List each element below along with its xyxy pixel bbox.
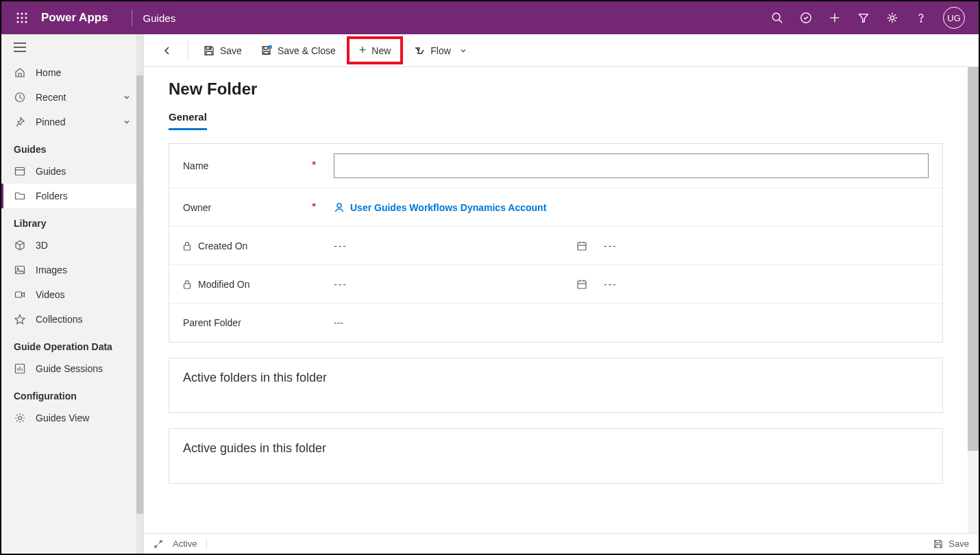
person-icon bbox=[334, 202, 345, 213]
nav-collections[interactable]: Collections bbox=[1, 307, 143, 332]
required-indicator: * bbox=[312, 160, 320, 172]
field-name: Name * bbox=[169, 144, 942, 188]
app-header: Power Apps Guides UG bbox=[1, 1, 979, 34]
home-icon bbox=[14, 66, 26, 79]
page-title: New Folder bbox=[169, 79, 943, 99]
gear-icon bbox=[14, 412, 26, 424]
nav-guides[interactable]: Guides bbox=[1, 159, 143, 184]
svg-point-23 bbox=[17, 268, 19, 269]
sidebar: Home Recent Pinned Guides Guides Folders… bbox=[1, 34, 144, 554]
nav-label: Guide Sessions bbox=[36, 363, 103, 374]
tab-general[interactable]: General bbox=[169, 108, 207, 130]
nav-group-config: Configuration bbox=[1, 381, 143, 406]
field-modified-on: Modified On --- --- bbox=[169, 265, 942, 304]
flow-icon bbox=[414, 45, 425, 56]
new-label: New bbox=[371, 45, 391, 56]
svg-point-15 bbox=[920, 21, 921, 22]
field-parent-folder: Parent Folder --- bbox=[169, 304, 942, 342]
form-content: New Folder General Name * bbox=[144, 67, 968, 533]
pin-icon bbox=[14, 116, 26, 128]
calendar-icon[interactable] bbox=[576, 279, 587, 290]
filter-icon[interactable] bbox=[857, 11, 870, 25]
assistant-icon[interactable] bbox=[799, 11, 813, 25]
nav-folders[interactable]: Folders bbox=[1, 184, 143, 208]
environment-name[interactable]: Guides bbox=[143, 12, 176, 24]
save-button[interactable]: Save bbox=[195, 41, 250, 60]
svg-point-9 bbox=[772, 13, 780, 21]
footer-save-button[interactable]: Save bbox=[933, 539, 969, 549]
search-icon[interactable] bbox=[770, 11, 784, 25]
svg-rect-32 bbox=[184, 245, 191, 250]
nav-label: Guides bbox=[36, 166, 66, 177]
main-area: Save Save & Close + New Flow New Folder bbox=[144, 34, 979, 554]
svg-point-8 bbox=[25, 21, 27, 23]
field-label: Modified On bbox=[198, 279, 249, 290]
section-active-guides: Active guides in this folder bbox=[169, 428, 943, 484]
section-title: Active guides in this folder bbox=[183, 441, 326, 455]
svg-rect-22 bbox=[16, 267, 25, 274]
window-icon bbox=[14, 165, 26, 177]
chevron-down-icon bbox=[123, 93, 131, 101]
svg-rect-33 bbox=[578, 243, 586, 250]
nav-group-opdata: Guide Operation Data bbox=[1, 332, 143, 356]
nav-home[interactable]: Home bbox=[1, 60, 143, 85]
parent-folder-value[interactable]: --- bbox=[334, 317, 343, 328]
svg-rect-24 bbox=[16, 292, 22, 297]
field-owner: Owner * User Guides Workflows Dynamics A… bbox=[169, 188, 942, 227]
nav-group-guides: Guides bbox=[1, 134, 143, 159]
folder-icon bbox=[14, 190, 26, 202]
flow-button[interactable]: Flow bbox=[406, 41, 476, 60]
flow-label: Flow bbox=[430, 45, 451, 56]
footer-save-label: Save bbox=[948, 539, 969, 549]
nav-pinned[interactable]: Pinned bbox=[1, 110, 143, 134]
expand-icon[interactable] bbox=[154, 539, 163, 549]
nav-videos[interactable]: Videos bbox=[1, 282, 143, 307]
owner-value: User Guides Workflows Dynamics Account bbox=[350, 202, 546, 213]
created-date-value: --- bbox=[334, 241, 347, 251]
content-scrollbar[interactable] bbox=[968, 67, 979, 533]
cmd-separator bbox=[188, 41, 188, 60]
field-created-on: Created On --- --- bbox=[169, 227, 942, 265]
waffle-icon[interactable] bbox=[12, 8, 32, 27]
svg-point-5 bbox=[25, 17, 27, 19]
svg-point-6 bbox=[17, 21, 19, 23]
sidebar-toggle[interactable] bbox=[1, 34, 143, 60]
name-input[interactable] bbox=[334, 153, 929, 178]
save-icon bbox=[933, 539, 943, 549]
chevron-down-icon bbox=[123, 118, 131, 126]
calendar-icon[interactable] bbox=[576, 241, 587, 251]
record-state: Active bbox=[173, 539, 197, 549]
back-button[interactable] bbox=[154, 41, 181, 60]
svg-line-10 bbox=[779, 20, 783, 23]
svg-rect-20 bbox=[16, 168, 25, 175]
nav-label: Recent bbox=[36, 92, 66, 103]
help-icon[interactable] bbox=[914, 11, 928, 25]
svg-rect-30 bbox=[209, 47, 210, 49]
owner-lookup[interactable]: User Guides Workflows Dynamics Account bbox=[334, 202, 546, 213]
app-name[interactable]: Power Apps bbox=[41, 11, 108, 25]
nav-recent[interactable]: Recent bbox=[1, 85, 143, 110]
settings-icon[interactable] bbox=[885, 11, 899, 25]
header-divider bbox=[132, 10, 132, 26]
command-bar: Save Save & Close + New Flow bbox=[144, 34, 979, 67]
nav-images[interactable]: Images bbox=[1, 258, 143, 282]
svg-rect-38 bbox=[578, 281, 586, 288]
svg-point-31 bbox=[337, 204, 341, 208]
modified-time-value: --- bbox=[604, 279, 617, 290]
new-button-highlight: + New bbox=[347, 36, 404, 64]
user-avatar[interactable]: UG bbox=[943, 7, 965, 29]
new-button[interactable]: + New bbox=[355, 40, 395, 60]
save-close-button[interactable]: Save & Close bbox=[253, 41, 344, 60]
sidebar-scrollbar[interactable] bbox=[136, 34, 143, 554]
star-icon bbox=[14, 313, 26, 325]
svg-point-4 bbox=[21, 17, 23, 19]
lock-icon bbox=[183, 280, 193, 289]
nav-guides-view[interactable]: Guides View bbox=[1, 406, 143, 430]
add-icon[interactable] bbox=[828, 11, 842, 25]
nav-label: Folders bbox=[36, 190, 68, 201]
chevron-down-icon bbox=[459, 47, 467, 55]
nav-label: Videos bbox=[36, 289, 65, 300]
nav-3d[interactable]: 3D bbox=[1, 233, 143, 258]
nav-guide-sessions[interactable]: Guide Sessions bbox=[1, 356, 143, 381]
nav-label: 3D bbox=[36, 240, 48, 251]
